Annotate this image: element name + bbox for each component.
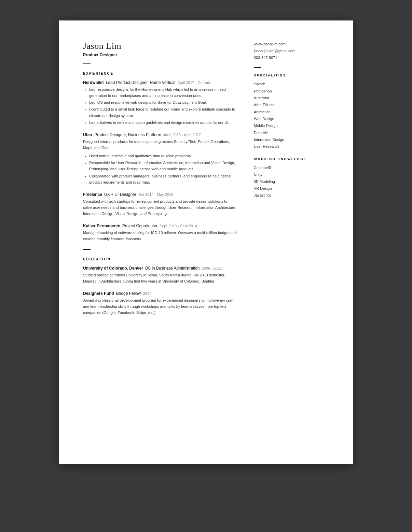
specialities-label: SPECIALITIES xyxy=(254,73,329,77)
edu-desc-df: Joined a professional development progra… xyxy=(83,297,237,316)
skill-user-research: User Research xyxy=(254,143,329,150)
skill-data-viz: Data Viz xyxy=(254,129,329,136)
working-knowledge-section: WORKING KNOWLEDGE Cinema4D Unity 3D Mode… xyxy=(254,157,329,199)
resume-paper: Jason Lim Product Designer EXPERIENCE Ne… xyxy=(59,20,353,464)
job-desc-uber: Designed internal products for teams spa… xyxy=(83,139,237,151)
job-title-nerdwallet: Lead Product Designer, Home Vertical xyxy=(106,80,175,85)
job-header-freelance: Freelance UX + UI Designer Oct 2014 - Ma… xyxy=(83,192,237,197)
edu-header-cu: University of Colorado, Denver BS in Bus… xyxy=(83,266,237,271)
candidate-name: Jason Lim xyxy=(83,41,237,51)
company-name-nerdwallet: Nerdwallet xyxy=(83,80,104,85)
candidate-title: Product Designer xyxy=(83,53,237,57)
edu-school-cu: University of Colorado, Denver xyxy=(83,266,143,271)
job-title-freelance: UX + UI Designer xyxy=(104,192,136,197)
contact-website: www.jasonjlim.com xyxy=(254,41,329,48)
job-title-kaiser: Project Coordinator xyxy=(122,224,157,228)
education-section: EDUCATION University of Colorado, Denver… xyxy=(83,257,237,316)
bullet-nerdwallet-3: I contributed to a small task force to r… xyxy=(89,106,237,118)
job-desc-kaiser: Managed tracking of software testing for… xyxy=(83,230,237,242)
contact-phone: 303-847-8071 xyxy=(254,55,329,61)
working-knowledge-label: WORKING KNOWLEDGE xyxy=(254,157,329,161)
wk-unity: Unity xyxy=(254,171,329,178)
edu-header-df: Designers Fund Bridge Fellow 2017 xyxy=(83,291,237,296)
edu-degree-cu: BS in Business Administration xyxy=(145,266,200,271)
date-uber: June 2015 - April 2017 xyxy=(163,133,201,137)
bullet-uber-2: Responsible for User Research, Informati… xyxy=(89,160,237,172)
contact-email: jason.jinulim@gmail.com xyxy=(254,48,329,55)
edu-dates-df: 2017 xyxy=(143,291,151,296)
job-block-kaiser: Kaiser Permanente Project Coordinator Se… xyxy=(83,224,237,242)
edu-block-df: Designers Fund Bridge Fellow 2017 Joined… xyxy=(83,291,237,316)
skill-illustrator: Illustrator xyxy=(254,95,329,101)
experience-section: EXPERIENCE Nerdwallet Lead Product Desig… xyxy=(83,72,237,242)
wk-3d-modeling: 3D Modeling xyxy=(254,178,329,185)
skill-mobile-design: Mobile Design xyxy=(254,122,329,129)
job-desc-freelance: Consulted with tech startups to review c… xyxy=(83,198,237,217)
job-block-nerdwallet: Nerdwallet Lead Product Designer, Home V… xyxy=(83,80,237,126)
wk-javascript: Javascript xyxy=(254,192,329,199)
job-header-nerdwallet: Nerdwallet Lead Product Designer, Home V… xyxy=(83,80,237,85)
contact-section: www.jasonjlim.com jason.jinulim@gmail.co… xyxy=(254,41,329,61)
job-title-uber: Product Designer, Business Platform xyxy=(94,132,161,137)
specialities-section: SPECIALITIES Sketch Photoshop Illustrato… xyxy=(254,73,329,150)
bullet-list-uber: Used both quantitative and qualitative d… xyxy=(83,153,237,185)
experience-label: EXPERIENCE xyxy=(83,72,237,75)
job-header-kaiser: Kaiser Permanente Project Coordinator Se… xyxy=(83,224,237,228)
company-name-uber: Uber xyxy=(83,132,92,137)
job-header-uber: Uber Product Designer, Business Platform… xyxy=(83,132,237,137)
education-label: EDUCATION xyxy=(83,257,237,261)
wk-vr-design: VR Design xyxy=(254,185,329,192)
company-name-freelance: Freelance xyxy=(83,192,102,197)
edu-school-df: Designers Fund xyxy=(83,291,114,296)
bullet-uber-1: Used both quantitative and qualitative d… xyxy=(89,153,237,159)
skill-photoshop: Photoshop xyxy=(254,88,329,95)
right-divider xyxy=(254,67,261,68)
skill-animation: Animation xyxy=(254,109,329,115)
header-divider xyxy=(83,63,91,64)
skill-interaction-design: Interaction Design xyxy=(254,136,329,143)
bullet-uber-3: Collaborated with product managers, busi… xyxy=(89,173,237,185)
wk-cinema4d: Cinema4D xyxy=(254,164,329,171)
skill-web-design: Web Design xyxy=(254,115,329,122)
left-column: Jason Lim Product Designer EXPERIENCE Ne… xyxy=(83,41,237,440)
bullet-nerdwallet-4: Led initiatives to define animation guid… xyxy=(89,119,237,126)
bullet-list-nerdwallet: Led responsive designs for the Homeowner… xyxy=(83,86,237,126)
job-block-uber: Uber Product Designer, Business Platform… xyxy=(83,132,237,185)
date-nerdwallet: April 2017 - Current xyxy=(177,81,210,85)
edu-block-cu: University of Colorado, Denver BS in Bus… xyxy=(83,266,237,284)
bullet-nerdwallet-1: Led responsive designs for the Homeowner… xyxy=(89,86,237,99)
company-name-kaiser: Kaiser Permanente xyxy=(83,224,120,228)
date-freelance: Oct 2014 - May 2015 xyxy=(138,192,174,197)
edu-degree-df: Bridge Fellow xyxy=(116,291,141,296)
edu-divider xyxy=(83,249,91,250)
edu-desc-cu: Studied abroad at Yonsei University in S… xyxy=(83,272,237,284)
job-block-freelance: Freelance UX + UI Designer Oct 2014 - Ma… xyxy=(83,192,237,217)
date-kaiser: Sept 2013 - Sept 2014 xyxy=(160,224,197,228)
skill-sketch: Sketch xyxy=(254,81,329,87)
bullet-nerdwallet-2: Led iOS and responsive web designs for S… xyxy=(89,99,237,105)
edu-dates-cu: 2006 - 2012 xyxy=(202,266,222,270)
skill-after-effects: After Effects xyxy=(254,101,329,108)
right-column: www.jasonjlim.com jason.jinulim@gmail.co… xyxy=(254,41,329,440)
